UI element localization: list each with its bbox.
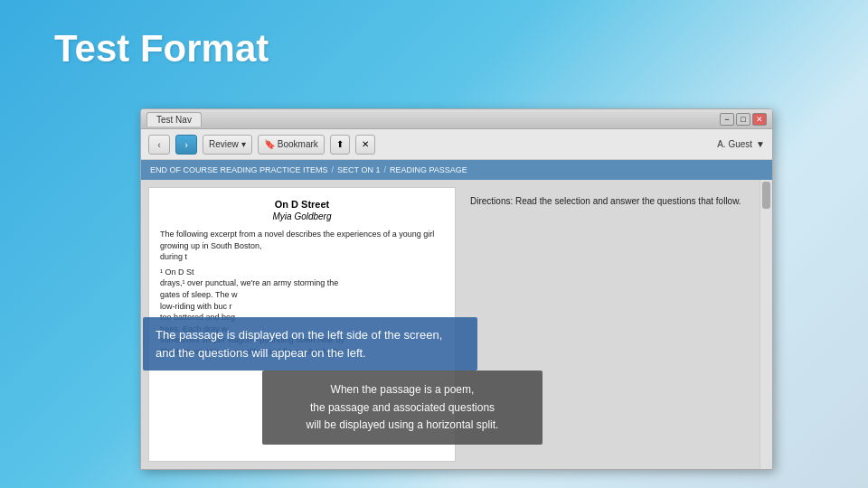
close-button[interactable]: ✕ xyxy=(752,113,767,126)
breadcrumb-item-1: END OF COURSE READING PRACTICE ITEMS xyxy=(150,165,328,174)
browser-titlebar: Test Nav − □ ✕ xyxy=(141,109,772,129)
bookmark-icon: 🔖 xyxy=(264,139,275,149)
directions-text: Directions: Read the selection and answe… xyxy=(470,194,758,208)
back-button[interactable]: ‹ xyxy=(148,135,170,155)
browser-navbar: ‹ › Review ▾ 🔖 Bookmark ⬆ ✕ A. Guest ▼ xyxy=(141,129,772,160)
tooltip-left: The passage is displayed on the left sid… xyxy=(143,317,477,371)
user-label: A. Guest xyxy=(717,139,752,149)
scrollbar[interactable] xyxy=(760,180,772,469)
slide: Test Format Test Nav − □ ✕ ‹ › Review ▾ … xyxy=(0,0,868,488)
review-label: Review xyxy=(209,139,239,149)
minimize-button[interactable]: − xyxy=(720,113,734,126)
passage-title: On D Street xyxy=(160,199,444,210)
review-dropdown[interactable]: Review ▾ xyxy=(203,135,252,155)
user-chevron-icon: ▼ xyxy=(756,139,765,149)
titlebar-left: Test Nav xyxy=(146,112,202,127)
titlebar-controls: − □ ✕ xyxy=(720,113,767,126)
user-info: A. Guest ▼ xyxy=(717,139,765,149)
breadcrumb-item-2: SECT ON 1 xyxy=(337,165,380,174)
breadcrumb-item-3: READING PASSAGE xyxy=(390,165,467,174)
breadcrumb-sep-1: / xyxy=(332,165,335,174)
review-chevron-icon: ▾ xyxy=(241,139,246,149)
passage-author: Myia Goldberg xyxy=(160,211,444,221)
page-title: Test Format xyxy=(54,27,269,70)
breadcrumb-sep-2: / xyxy=(383,165,386,174)
bookmark-label: Bookmark xyxy=(278,139,318,149)
bookmark-button[interactable]: 🔖 Bookmark xyxy=(258,135,325,155)
breadcrumb-bar: END OF COURSE READING PRACTICE ITEMS / S… xyxy=(141,160,772,180)
browser-tab[interactable]: Test Nav xyxy=(146,112,202,127)
maximize-button[interactable]: □ xyxy=(736,113,750,126)
tooltip-left-text: The passage is displayed on the left sid… xyxy=(156,328,442,360)
nav-close-button[interactable]: ✕ xyxy=(355,135,375,155)
title-area: Test Format xyxy=(54,27,269,70)
cursor-button[interactable]: ⬆ xyxy=(330,135,350,155)
scrollbar-thumb[interactable] xyxy=(762,182,770,209)
forward-button[interactable]: › xyxy=(175,135,197,155)
tooltip-right-text: When the passage is a poem,the passage a… xyxy=(307,383,499,430)
tooltip-right: When the passage is a poem,the passage a… xyxy=(262,371,542,445)
